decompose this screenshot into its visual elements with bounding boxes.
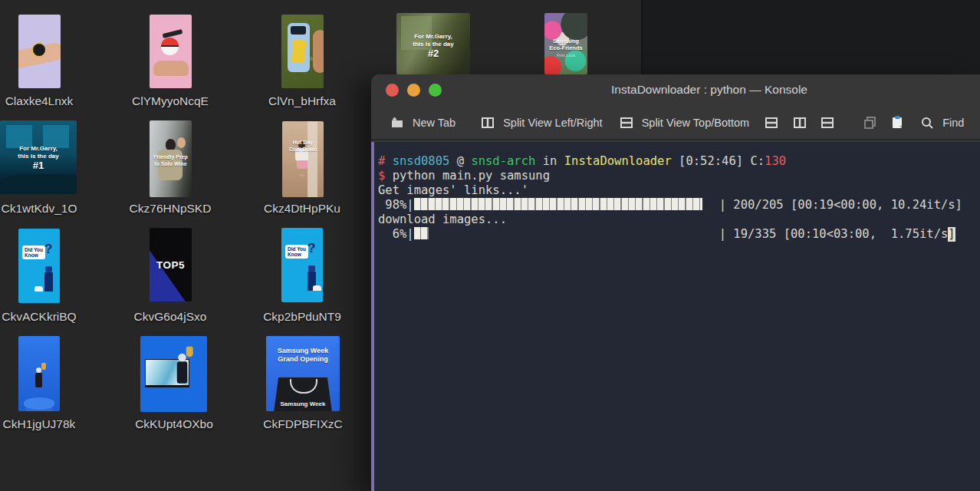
desktop-icon-thumbnail[interactable]: Did YouKnow ? [18, 229, 60, 303]
desktop-icon-thumbnail[interactable] [18, 15, 61, 88]
thumbnail-art-pokeball [161, 38, 179, 55]
desktop-icon-label[interactable]: CkH1jgUJ78k [0, 417, 104, 431]
terminal-command-line: $ python main.py samsung [378, 169, 980, 183]
thumbnail-caption: TOP5 [156, 259, 185, 271]
maximize-button[interactable] [429, 84, 442, 97]
background-window-panel [641, 0, 980, 75]
find-button[interactable]: Find [920, 116, 964, 130]
thumbnail-caption: SamsungEco-Friends [544, 38, 587, 51]
terminal-progress-line-2: 6%|| 19/335 [00:10<03:00, 1.75it/s] [378, 227, 980, 242]
desktop-icon-thumbnail[interactable]: Hot DayCool Down [282, 121, 324, 197]
progress-bar [414, 227, 719, 239]
thumbnail-art-trophy-figure [177, 361, 188, 384]
minimize-button[interactable] [407, 84, 420, 97]
prompt-cwd: InstaDownloader [564, 154, 672, 168]
desktop-icon-thumbnail[interactable] [140, 336, 207, 412]
desktop-icon-thumbnail[interactable]: TOP5 [150, 228, 192, 302]
thumbnail-art-watch [33, 44, 45, 56]
exit-code: 130 [765, 154, 786, 168]
desktop-icon-thumbnail[interactable]: For Mr.Garry,this is the day #1 [0, 120, 77, 194]
desktop-icon-thumbnail[interactable]: Samsung WeekGrand Opening Samsung Week [266, 336, 340, 411]
desktop-icon-label[interactable]: Ckz76HNpSKD [105, 202, 235, 216]
desktop-icon-thumbnail[interactable] [281, 15, 324, 88]
split-rows-icon [765, 116, 778, 130]
command-text: python main.py samsung [393, 169, 550, 183]
desktop-icon-label[interactable]: Claxke4Lnxk [0, 94, 104, 108]
prompt-user: snsd0805 [393, 154, 450, 168]
split-rows-view-button[interactable] [821, 116, 834, 130]
terminal-viewport[interactable]: # snsd0805 @ snsd-arch in InstaDownloade… [371, 142, 980, 491]
desktop-icon-label[interactable]: CkFDPBFIXzC [238, 417, 368, 431]
thumbnail-caption-sub: First Look [544, 53, 587, 58]
expand-view-button[interactable] [765, 116, 778, 130]
prompt-host: snsd-arch [471, 154, 535, 168]
thumbnail-art-phone [288, 23, 310, 72]
thumbnail-art-cat [313, 285, 321, 291]
thumbnail-speech-bubble: Did YouKnow [285, 245, 308, 259]
desktop-icon-label[interactable]: CkvACKkriBQ [0, 310, 104, 324]
thumbnail-art-shorts [297, 160, 307, 169]
copy-icon [863, 116, 877, 130]
terminal-cursor: ] [948, 227, 955, 242]
desktop-icon-label[interactable]: CkKUpt4OXbo [109, 417, 239, 431]
close-button[interactable] [386, 84, 399, 97]
question-mark: ? [44, 242, 52, 257]
split-columns-view-button[interactable] [793, 116, 807, 130]
question-mark: ? [307, 241, 315, 256]
desktop-icon-label[interactable]: Ck1wtKdv_1O [0, 202, 104, 216]
thumbnail-art-hand [313, 30, 324, 73]
desktop-icon-label[interactable]: ClYMyyoNcqE [105, 94, 235, 108]
desktop-icon-thumbnail-partial[interactable]: SamsungEco-Friends First Look [544, 13, 587, 74]
new-tab-icon [390, 116, 404, 130]
thumbnail-art-person [44, 272, 53, 292]
progress-bar [414, 198, 719, 210]
window-toolbar: New Tab Split View Left/Right Split View… [371, 106, 980, 140]
new-tab-button[interactable]: New Tab [390, 116, 455, 130]
split-view-left-right-button[interactable]: Split View Left/Right [481, 116, 603, 130]
window-titlebar[interactable]: InstaDownloader : python — Konsole [371, 74, 980, 106]
thumbnail-art-cat [35, 286, 43, 292]
thumbnail-caption: For Mr.Garry,this is the day #2 [396, 33, 470, 59]
thumbnail-art-trophy-figure [35, 373, 42, 387]
desktop-icon-thumbnail-partial[interactable]: For Mr.Garry,this is the day #2 [396, 13, 470, 74]
desktop-icon-label[interactable]: ClVn_bHrfxa [237, 94, 367, 108]
split-rows-icon [821, 116, 834, 130]
thumbnail-caption: Friendly Prepto Solo Wine [150, 154, 192, 167]
terminal-output-line: download images... [378, 213, 980, 227]
prompt-symbol: # [378, 154, 385, 168]
search-icon [920, 116, 934, 130]
desktop-icon-thumbnail[interactable] [150, 15, 192, 88]
desktop-icon-thumbnail[interactable] [18, 336, 60, 411]
desktop-icon-thumbnail[interactable]: Friendly Prepto Solo Wine [150, 120, 192, 197]
window-title: InstaDownloader : python — Konsole [611, 83, 807, 97]
terminal-progress-line-1: 98%|| 200/205 [00:19<00:00, 10.24it/s] [378, 198, 980, 213]
split-view-top-bottom-button[interactable]: Split View Top/Bottom [620, 116, 750, 130]
split-columns-icon [793, 116, 807, 130]
bag-label: Samsung Week [274, 400, 332, 407]
terminal-output-line: Get images' links...' [378, 183, 980, 198]
thumbnail-speech-bubble: Did YouKnow [22, 246, 45, 259]
thumbnail-caption: Samsung WeekGrand Opening [266, 347, 340, 364]
thumbnail-art-shopping-bag: Samsung Week [274, 377, 332, 411]
terminal-prompt-line: # snsd0805 @ snsd-arch in InstaDownloade… [378, 154, 980, 169]
prompt-time: [0:52:46] [679, 154, 743, 168]
thumbnail-caption: For Mr.Garry,this is the day #1 [0, 145, 77, 171]
desktop-icon-label[interactable]: Ckp2bPduNT9 [237, 310, 367, 324]
thumbnail-art-head [166, 139, 176, 150]
desktop-icon-label[interactable]: Ckz4DtHpPKu [237, 202, 367, 216]
thumbnail-caption: Hot DayCool Down [282, 140, 324, 153]
split-rows-icon [620, 116, 633, 130]
konsole-window: InstaDownloader : python — Konsole New T… [371, 74, 980, 491]
paste-clipboard-icon [890, 115, 905, 130]
desktop: Claxke4Lnxk ClYMyyoNcqE ClVn_bHrfxa For … [0, 0, 980, 491]
thumbnail-art-hand [153, 61, 189, 76]
paste-button[interactable] [890, 115, 905, 130]
desktop-icon-label[interactable]: CkvG6o4jSxo [105, 310, 235, 324]
desktop-icon-thumbnail[interactable]: Did YouKnow ? [281, 228, 323, 302]
split-columns-icon [481, 116, 495, 130]
copy-button[interactable] [863, 116, 877, 130]
thumbnail-art-hand [177, 137, 186, 148]
